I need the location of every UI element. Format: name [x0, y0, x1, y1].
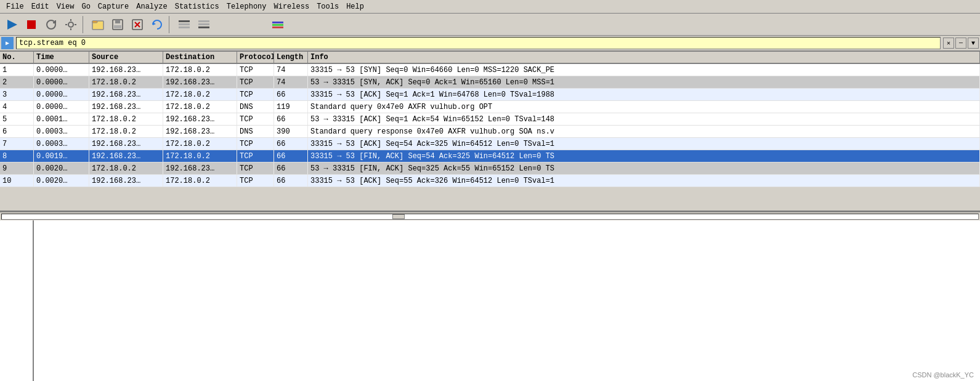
table-row[interactable]: 40.0000…192.168.23…172.18.0.2DNS119Stand…: [0, 101, 980, 113]
table-cell: 172.18.0.2: [89, 126, 163, 137]
svg-rect-18: [179, 23, 190, 25]
table-cell: 33315 → 53 [FIN, ACK] Seq=54 Ack=325 Win…: [308, 150, 980, 162]
table-cell: TCP: [237, 162, 274, 174]
hscrollbar-track[interactable]: [1, 214, 979, 220]
table-cell: 53 → 33315 [FIN, ACK] Seq=325 Ack=55 Win…: [308, 162, 980, 174]
svg-rect-12: [114, 25, 121, 28]
start-capture-btn[interactable]: [2, 16, 21, 33]
table-cell: 0.0000…: [34, 76, 89, 88]
table-cell: TCP: [237, 150, 274, 162]
svg-rect-17: [179, 20, 190, 22]
menu-help[interactable]: Help: [342, 1, 368, 12]
menu-tools[interactable]: Tools: [313, 1, 342, 12]
scroll-to-end-btn[interactable]: [195, 16, 213, 33]
colorize-btn[interactable]: [269, 16, 287, 33]
table-cell: 172.18.0.2: [163, 150, 237, 162]
menu-view[interactable]: View: [53, 1, 78, 12]
table-cell: 33315 → 53 [SYN] Seq=0 Win=64660 Len=0 M…: [308, 64, 980, 76]
bottom-right-panel: [34, 220, 980, 381]
restart-capture-btn[interactable]: [42, 16, 60, 33]
table-cell: TCP: [237, 76, 274, 88]
table-cell: 172.18.0.2: [89, 76, 163, 88]
table-cell: 172.18.0.2: [163, 175, 237, 186]
filterbar: ▶ ✕ ─ ▼: [0, 36, 980, 52]
options-btn[interactable]: [62, 16, 80, 33]
table-cell: DNS: [237, 126, 274, 137]
filter-dropdown-btn[interactable]: ▼: [968, 38, 979, 49]
close-file-btn[interactable]: [128, 16, 147, 33]
table-row[interactable]: 30.0000…192.168.23…172.18.0.2TCP6633315 …: [0, 89, 980, 101]
table-cell: 172.18.0.2: [163, 64, 237, 76]
filter-minus-btn[interactable]: ─: [955, 38, 966, 49]
table-cell: 172.18.0.2: [89, 162, 163, 174]
table-cell: 192.168.23…: [89, 64, 163, 76]
table-cell: TCP: [237, 113, 274, 125]
table-row[interactable]: 70.0003…192.168.23…172.18.0.2TCP6633315 …: [0, 138, 980, 150]
svg-rect-24: [272, 24, 283, 26]
table-cell: 33315 → 53 [ACK] Seq=54 Ack=325 Win=6451…: [308, 138, 980, 150]
hscrollbar[interactable]: [0, 212, 980, 220]
table-row[interactable]: 80.0019…192.168.23…172.18.0.2TCP6633315 …: [0, 150, 980, 162]
table-cell: 192.168.23…: [163, 126, 237, 137]
table-cell: TCP: [237, 64, 274, 76]
scroll-to-begin-btn[interactable]: [175, 16, 193, 33]
table-row[interactable]: 10.0000…192.168.23…172.18.0.2TCP7433315 …: [0, 64, 980, 76]
col-header-info: Info: [308, 52, 980, 63]
table-cell: 192.168.23…: [89, 138, 163, 150]
save-file-btn[interactable]: [108, 16, 127, 33]
table-cell: 0.0003…: [34, 138, 89, 150]
menu-analyze[interactable]: Analyze: [132, 1, 171, 12]
svg-rect-23: [272, 22, 283, 23]
menu-statistics[interactable]: Statistics: [171, 1, 223, 12]
table-cell: 4: [0, 101, 34, 113]
table-cell: 0.0020…: [34, 175, 89, 186]
packet-rows: 10.0000…192.168.23…172.18.0.2TCP7433315 …: [0, 64, 980, 187]
menu-file[interactable]: File: [2, 1, 28, 12]
table-cell: 74: [274, 64, 308, 76]
hscrollbar-thumb[interactable]: [392, 214, 405, 219]
reload-btn[interactable]: [148, 16, 166, 33]
table-cell: Standard query 0x47e0 AXFR vulhub.org OP…: [308, 101, 980, 113]
table-cell: TCP: [237, 138, 274, 150]
table-cell: 74: [274, 76, 308, 88]
table-cell: 7: [0, 138, 34, 150]
col-header-destination: Destination: [163, 52, 237, 63]
bottom-left-panel: [0, 220, 34, 381]
filter-close-btns: ✕ ─ ▼: [943, 38, 979, 49]
menu-telephony[interactable]: Telephony: [223, 1, 270, 12]
table-row[interactable]: 50.0001…172.18.0.2192.168.23…TCP6653 → 3…: [0, 113, 980, 126]
menu-wireless[interactable]: Wireless: [270, 1, 314, 12]
table-row[interactable]: 100.0020…192.168.23…172.18.0.2TCP6633315…: [0, 175, 980, 187]
table-cell: 66: [274, 175, 308, 186]
table-cell: 119: [274, 101, 308, 113]
col-header-no: No.: [0, 52, 34, 63]
table-cell: 8: [0, 150, 34, 162]
toolbar: [0, 14, 980, 36]
watermark: CSDN @blackK_YC: [912, 371, 974, 379]
bottom-area: [0, 220, 980, 381]
menu-capture[interactable]: Capture: [94, 1, 132, 12]
table-row[interactable]: 20.0000…172.18.0.2192.168.23…TCP7453 → 3…: [0, 76, 980, 89]
col-header-length: Length: [274, 52, 308, 63]
table-cell: 192.168.23…: [163, 76, 237, 88]
table-cell: 0.0020…: [34, 162, 89, 174]
table-cell: 390: [274, 126, 308, 137]
table-cell: 192.168.23…: [89, 150, 163, 162]
table-row[interactable]: 90.0020…172.18.0.2192.168.23…TCP6653 → 3…: [0, 162, 980, 175]
filter-clear-btn[interactable]: ✕: [943, 38, 954, 49]
table-row[interactable]: 60.0003…172.18.0.2192.168.23…DNS390Stand…: [0, 126, 980, 138]
col-header-protocol: Protocol: [237, 52, 274, 63]
table-cell: 0.0000…: [34, 64, 89, 76]
filter-input[interactable]: [16, 37, 941, 49]
menu-go[interactable]: Go: [78, 1, 94, 12]
open-file-btn[interactable]: [89, 16, 107, 33]
table-cell: 0.0003…: [34, 126, 89, 137]
table-cell: 0.0019…: [34, 150, 89, 162]
table-cell: 66: [274, 113, 308, 125]
table-cell: 2: [0, 76, 34, 88]
toolbar-sep-1: [83, 16, 86, 33]
stop-capture-btn[interactable]: [22, 16, 41, 33]
menu-edit[interactable]: Edit: [28, 1, 53, 12]
svg-marker-16: [153, 22, 156, 25]
table-cell: 33315 → 53 [ACK] Seq=55 Ack=326 Win=6451…: [308, 175, 980, 186]
